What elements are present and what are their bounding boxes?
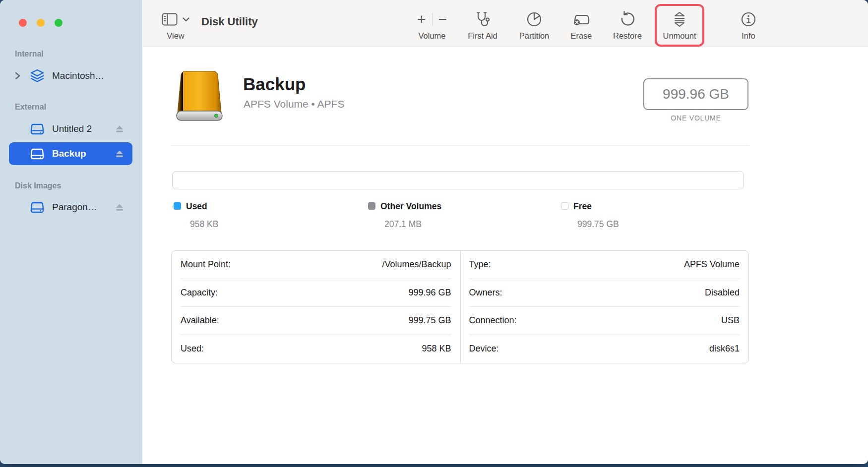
pie-chart-icon bbox=[525, 10, 543, 29]
used-swatch-icon bbox=[174, 202, 181, 210]
sidebar-section-external: External bbox=[15, 103, 46, 112]
sidebar-item-paragon[interactable]: Paragon… bbox=[0, 197, 142, 217]
disclosure-chevron-icon[interactable] bbox=[13, 71, 22, 80]
close-window-button[interactable] bbox=[19, 19, 27, 27]
table-row: Device: disk6s1 bbox=[469, 335, 740, 363]
sidebar-item-label: Untitled 2 bbox=[52, 123, 92, 134]
volume-label: Volume bbox=[418, 31, 445, 41]
eject-icon[interactable] bbox=[115, 149, 124, 158]
chevron-down-icon bbox=[183, 17, 189, 22]
sidebar-item-label: Macintosh… bbox=[52, 70, 105, 81]
volume-title: Backup bbox=[243, 74, 306, 94]
table-row: Type: APFS Volume bbox=[469, 251, 740, 279]
window-title: Disk Utility bbox=[201, 15, 258, 28]
volume-details-table: Mount Point: /Volumes/Backup Capacity: 9… bbox=[171, 250, 749, 363]
erase-drive-icon bbox=[571, 10, 591, 29]
divider bbox=[432, 13, 433, 26]
partition-label: Partition bbox=[519, 31, 550, 41]
volume-subtitle: APFS Volume • APFS bbox=[244, 98, 344, 110]
eject-icon[interactable] bbox=[115, 203, 124, 212]
restore-label: Restore bbox=[613, 31, 642, 41]
unmount-label: Unmount bbox=[663, 31, 696, 41]
sidebar-item-untitled2[interactable]: Untitled 2 bbox=[0, 119, 142, 139]
table-row: Capacity: 999.96 GB bbox=[181, 279, 451, 307]
sidebar: Internal Macintosh… External bbox=[0, 0, 142, 464]
sidebar-item-label: Paragon… bbox=[52, 202, 97, 213]
sidebar-item-label: Backup bbox=[52, 148, 86, 159]
external-drive-icon bbox=[30, 121, 45, 136]
other-volumes-swatch-icon bbox=[368, 202, 375, 210]
sidebar-item-macintosh[interactable]: Macintosh… bbox=[0, 66, 142, 86]
sidebar-section-internal: Internal bbox=[15, 50, 44, 58]
table-row: Connection: USB bbox=[469, 307, 740, 335]
erase-label: Erase bbox=[570, 31, 592, 41]
view-label: View bbox=[167, 31, 184, 41]
volume-count-caption: ONE VOLUME bbox=[643, 114, 748, 122]
free-swatch-icon bbox=[561, 202, 568, 210]
external-drive-icon bbox=[30, 200, 45, 215]
table-row: Used: 958 KB bbox=[181, 335, 451, 363]
orange-external-drive-image bbox=[173, 70, 226, 122]
sidebar-section-disk-images: Disk Images bbox=[15, 181, 61, 190]
external-drive-icon bbox=[30, 146, 45, 161]
storage-usage-bar bbox=[172, 171, 744, 189]
remove-volume-minus-icon[interactable]: − bbox=[438, 11, 447, 28]
add-volume-plus-icon[interactable]: + bbox=[417, 11, 426, 28]
first-aid-label: First Aid bbox=[468, 31, 497, 41]
disk-utility-window: Internal Macintosh… External bbox=[0, 0, 868, 464]
zoom-window-button[interactable] bbox=[55, 19, 62, 27]
sidebar-item-backup-selected[interactable]: Backup bbox=[9, 142, 132, 165]
stethoscope-icon bbox=[474, 10, 492, 29]
table-row: Owners: Disabled bbox=[469, 279, 740, 307]
divider bbox=[171, 145, 749, 146]
table-row: Available: 999.75 GB bbox=[181, 307, 451, 335]
eject-icon[interactable] bbox=[115, 124, 124, 133]
info-label: Info bbox=[742, 31, 755, 41]
info-circle-icon bbox=[740, 10, 757, 29]
minimize-window-button[interactable] bbox=[37, 19, 45, 27]
restore-arrow-icon bbox=[619, 10, 636, 29]
toolbar: View Disk Utility + − Volume First bbox=[143, 0, 868, 47]
table-row: Mount Point: /Volumes/Backup bbox=[181, 251, 451, 279]
main-content: Backup APFS Volume • APFS 999.96 GB ONE … bbox=[143, 48, 868, 464]
sidebar-panel-icon bbox=[162, 10, 189, 29]
unmount-eject-icon bbox=[671, 10, 688, 29]
volume-size-badge: 999.96 GB bbox=[643, 78, 748, 110]
stacked-volumes-icon bbox=[30, 68, 45, 83]
